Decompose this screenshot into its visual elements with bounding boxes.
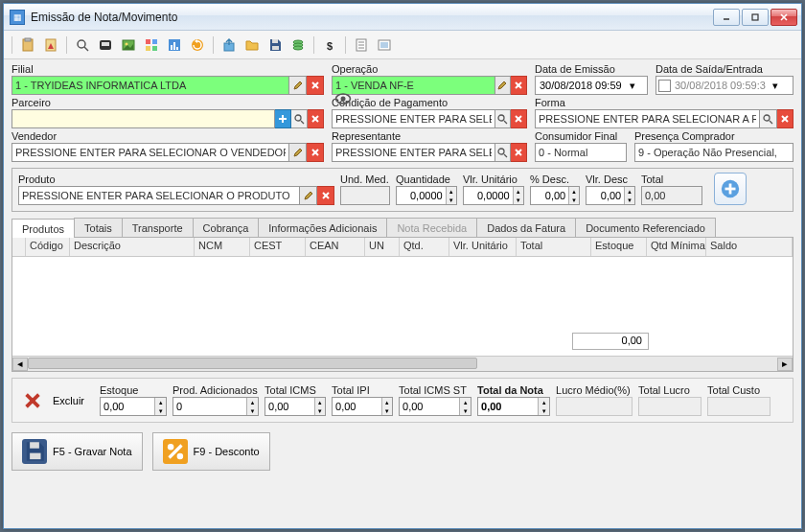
toolbar-dollar-icon[interactable]: $ (320, 35, 339, 55)
col-codigo[interactable]: Código (26, 238, 70, 256)
produto-edit-icon[interactable] (300, 186, 317, 205)
filial-input[interactable] (12, 76, 289, 95)
eye-icon[interactable] (334, 89, 353, 108)
toolbar-money-stack-icon[interactable] (288, 35, 308, 55)
data-saida-checkbox[interactable] (658, 80, 671, 92)
parceiro-search-icon[interactable] (291, 109, 308, 128)
tab-transporte[interactable]: Transporte (122, 218, 194, 237)
filial-edit-icon[interactable] (289, 76, 307, 95)
tab-informacoes[interactable]: Informações Adicionais (258, 218, 387, 237)
total-icms-st-input[interactable]: ▲▼ (399, 397, 472, 416)
vendedor-clear-icon[interactable] (307, 143, 324, 162)
forma-input[interactable] (535, 109, 760, 128)
data-emissao-label: Data de Emissão (535, 63, 648, 75)
col-vlr-unitario[interactable]: Vlr. Unitário (449, 238, 517, 256)
vendedor-edit-icon[interactable] (289, 143, 307, 162)
scroll-thumb[interactable] (28, 358, 477, 369)
add-product-button[interactable] (714, 173, 747, 205)
toolbar-save-icon[interactable] (265, 35, 285, 55)
quantidade-input[interactable]: ▲▼ (396, 186, 457, 205)
consumidor-final-select[interactable]: 0 - Normal (535, 143, 627, 162)
chevron-down-icon[interactable]: ▾ (769, 80, 782, 92)
presenca-comprador-select[interactable]: 9 - Operação Não Presencial, (634, 143, 794, 162)
total-ipi-input[interactable]: ▲▼ (332, 397, 393, 416)
svg-point-27 (293, 46, 303, 50)
cond-pagamento-search-icon[interactable] (495, 109, 512, 128)
total-input[interactable] (641, 186, 702, 205)
operacao-edit-icon[interactable] (495, 76, 512, 95)
desconto-button[interactable]: F9 - Desconto (152, 432, 270, 471)
parceiro-input[interactable] (12, 109, 275, 128)
operacao-input[interactable] (332, 76, 495, 95)
scroll-right-icon[interactable]: ▸ (777, 358, 793, 371)
toolbar-list-icon[interactable] (375, 35, 394, 55)
col-qtd[interactable]: Qtd. (400, 238, 449, 256)
vlr-unitario-input[interactable]: ▲▼ (463, 186, 524, 205)
col-qtd-minima[interactable]: Qtd Mínima (647, 238, 706, 256)
col-descricao[interactable]: Descrição (70, 238, 195, 256)
svg-rect-5 (25, 38, 31, 41)
operacao-clear-icon[interactable] (511, 76, 527, 95)
toolbar-chart-icon[interactable] (165, 35, 184, 55)
delete-icon[interactable] (18, 386, 47, 415)
svg-point-43 (295, 115, 301, 121)
forma-search-icon[interactable] (760, 109, 776, 128)
parceiro-clear-icon[interactable] (308, 109, 324, 128)
toolbar-folder-icon[interactable] (242, 35, 262, 55)
filial-clear-icon[interactable] (307, 76, 324, 95)
items-grid[interactable]: Código Descrição NCM CEST CEAN UN Qtd. V… (12, 238, 794, 372)
col-un[interactable]: UN (365, 238, 400, 256)
toolbar-palette-icon[interactable] (142, 35, 161, 55)
pct-desc-input[interactable]: ▲▼ (530, 186, 580, 205)
cond-pagamento-input[interactable] (332, 109, 495, 128)
toolbar-receipt-icon[interactable] (352, 35, 371, 55)
data-saida-input[interactable]: ▾ (656, 76, 794, 95)
col-ncm[interactable]: NCM (195, 238, 250, 256)
gravar-nota-button[interactable]: F5 - Gravar Nota (12, 432, 143, 471)
toolbar-refresh-icon[interactable] (188, 35, 207, 55)
toolbar-clipboard-icon[interactable] (18, 35, 37, 55)
col-saldo[interactable]: Saldo (706, 238, 793, 256)
percent-icon (163, 439, 188, 464)
col-cest[interactable]: CEST (250, 238, 306, 256)
horizontal-scrollbar[interactable]: ◂ ▸ (12, 356, 793, 371)
maximize-button[interactable] (742, 9, 769, 26)
presenca-comprador-label: Presença Comprador (634, 130, 794, 142)
estoque-input[interactable]: ▲▼ (100, 397, 167, 416)
representante-search-icon[interactable] (495, 143, 512, 162)
vendedor-input[interactable] (12, 143, 289, 162)
representante-input[interactable] (332, 143, 495, 162)
total-icms-st-label: Total ICMS ST (399, 384, 472, 396)
col-estoque[interactable]: Estoque (591, 238, 647, 256)
data-emissao-input[interactable]: ▾ (535, 76, 648, 95)
tab-totais[interactable]: Totais (74, 218, 123, 237)
summary-panel: Excluir Estoque ▲▼ Prod. Adicionados ▲▼ … (12, 378, 794, 423)
col-total[interactable]: Total (517, 238, 591, 256)
prod-adicionados-input[interactable]: ▲▼ (172, 397, 259, 416)
col-cean[interactable]: CEAN (306, 238, 365, 256)
cond-pagamento-clear-icon[interactable] (511, 109, 527, 128)
toolbar-image-icon[interactable] (119, 35, 138, 55)
toolbar-recent-icon[interactable] (41, 35, 60, 55)
close-button[interactable] (770, 9, 797, 26)
tab-dados-fatura[interactable]: Dados da Fatura (476, 218, 576, 237)
produto-clear-icon[interactable] (317, 186, 334, 205)
tab-cobranca[interactable]: Cobrança (193, 218, 260, 237)
total-icms-input[interactable]: ▲▼ (264, 397, 326, 416)
svg-rect-20 (176, 47, 178, 50)
tab-produtos[interactable]: Produtos (12, 219, 75, 238)
und-med-input[interactable] (340, 186, 390, 205)
toolbar-search-icon[interactable] (73, 35, 92, 55)
tab-doc-referenciado[interactable]: Documento Referenciado (575, 218, 716, 237)
total-nota-input[interactable]: ▲▼ (477, 397, 550, 416)
toolbar-export-icon[interactable] (219, 35, 239, 55)
chevron-down-icon[interactable]: ▾ (626, 80, 639, 92)
parceiro-add-icon[interactable] (275, 109, 291, 128)
toolbar-scale-icon[interactable] (96, 35, 115, 55)
scroll-left-icon[interactable]: ◂ (12, 358, 28, 371)
vlr-desc-input[interactable]: ▲▼ (586, 186, 635, 205)
minimize-button[interactable] (713, 9, 740, 26)
produto-input[interactable] (18, 186, 300, 205)
representante-clear-icon[interactable] (511, 143, 527, 162)
forma-clear-icon[interactable] (777, 109, 794, 128)
